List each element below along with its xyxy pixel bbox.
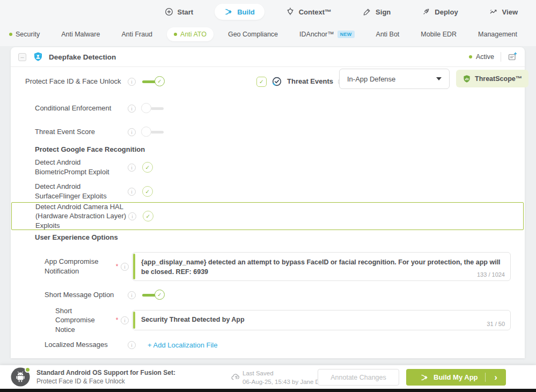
last-saved: Last Saved 06-Aug-25, 15:43 by Jane Doe: [243, 369, 327, 386]
surface-flinger-check[interactable]: [142, 186, 153, 197]
add-note-icon[interactable]: [508, 52, 517, 62]
collapse-checkbox[interactable]: [18, 53, 26, 61]
status-dot: [25, 367, 31, 373]
subnav-label: Anti Malware: [61, 31, 100, 38]
subnav-label: Anti ATO: [180, 31, 207, 38]
sub-nav: Security Anti Malware Anti Fraud Anti AT…: [0, 24, 524, 45]
build-icon: [420, 373, 429, 382]
info-icon[interactable]: [128, 128, 136, 136]
row-surface-flinger: Detect Android SurfaceFlinger Exploits: [35, 181, 153, 202]
subnav-idanchor[interactable]: IDAnchor™ NEW: [292, 27, 362, 41]
info-icon[interactable]: [128, 188, 136, 196]
cloud-saved-icon: [231, 373, 240, 383]
subnav-management[interactable]: Management: [471, 27, 524, 41]
new-badge: NEW: [337, 31, 355, 38]
biometric-prompt-check[interactable]: [142, 162, 153, 173]
row-camera-hal-highlighted: Detect Android Camera HAL (Hardware Abst…: [11, 202, 524, 230]
char-counter: 31 / 50: [487, 321, 505, 327]
info-icon[interactable]: [121, 316, 129, 324]
conditional-enforcement-toggle[interactable]: [141, 103, 166, 114]
protect-faceid-toggle[interactable]: [141, 76, 166, 87]
status-label: Active: [476, 53, 494, 61]
info-icon[interactable]: [128, 341, 136, 349]
tab-label: Context™: [299, 8, 332, 16]
info-icon[interactable]: [128, 78, 136, 86]
subnav-anti-malware[interactable]: Anti Malware: [54, 27, 107, 41]
add-localization-file-link[interactable]: + Add Localization File: [148, 341, 217, 349]
bottom-strip: [0, 389, 536, 392]
required-marker: [113, 263, 121, 270]
subnav-geo-compliance[interactable]: Geo Compliance: [221, 27, 285, 41]
build-my-app-button[interactable]: Build My App: [406, 369, 506, 386]
panel-header: Deepfake Detection Active: [11, 47, 525, 67]
tab-context[interactable]: Context™: [276, 4, 341, 20]
footer-bar: Standard Android OS Support for Fusion S…: [0, 365, 536, 389]
field-short-notice: Short Compromise Notice Security Threat …: [55, 310, 511, 330]
status-dot: [174, 33, 177, 36]
row-localized-messages: Localized Messages + Add Localization Fi…: [45, 335, 217, 354]
subnav-anti-fraud[interactable]: Anti Fraud: [114, 27, 159, 41]
annotate-changes-button[interactable]: Annotate Changes: [318, 369, 399, 386]
tab-sign[interactable]: Sign: [353, 4, 400, 20]
threatscope-button[interactable]: ThreatScope™: [456, 70, 528, 87]
threat-events-dropdown[interactable]: In-App Defense: [339, 69, 450, 89]
row-protect-faceid: Protect Face ID & Face Unlock: [25, 72, 166, 91]
row-label: Detect Android BiometricPrompt Exploit: [35, 158, 128, 176]
row-label: Threat Event Score: [35, 127, 128, 137]
tab-start[interactable]: Start: [155, 4, 203, 20]
tab-deploy[interactable]: Deploy: [412, 4, 467, 20]
tab-label: Build: [237, 8, 255, 16]
fusion-set-info: Standard Android OS Support for Fusion S…: [36, 369, 175, 385]
tab-label: Deploy: [435, 8, 458, 16]
threatscope-label: ThreatScope™: [475, 75, 522, 83]
threat-event-score-toggle[interactable]: [141, 127, 166, 138]
subnav-label: Management: [478, 31, 517, 38]
last-saved-label: Last Saved: [243, 369, 327, 378]
subnav-anti-ato[interactable]: Anti ATO: [167, 27, 214, 41]
camera-hal-check[interactable]: [143, 211, 153, 221]
required-marker: [113, 316, 121, 324]
plus-circle-icon: [165, 8, 173, 16]
active-dot: [469, 55, 472, 58]
char-counter: 133 / 1024: [477, 271, 505, 278]
subnav-security[interactable]: Security: [2, 27, 47, 41]
short-notice-input[interactable]: Security Threat Detected by App 31 / 50: [132, 310, 511, 330]
row-label: Protect Face ID & Face Unlock: [25, 77, 128, 86]
row-label: Detect Android SurfaceFlinger Exploits: [35, 182, 128, 201]
build-icon: [224, 8, 233, 16]
subnav-label: Anti Bot: [376, 31, 400, 38]
threat-events-checkbox[interactable]: [256, 77, 267, 87]
info-icon[interactable]: [128, 212, 136, 220]
fusion-set-subtitle: Protect Face ID & Face Unlock: [36, 378, 175, 385]
subnav-anti-bot[interactable]: Anti Bot: [369, 27, 407, 41]
lightbulb-icon: [286, 8, 295, 16]
short-message-toggle[interactable]: [141, 290, 166, 301]
info-icon[interactable]: [128, 164, 136, 172]
rocket-icon: [422, 8, 430, 16]
status-badge: Active: [469, 53, 494, 61]
top-nav: Start Build Context™ Sign Deploy: [0, 0, 527, 24]
app-compromise-input[interactable]: {app_display_name} detected an attempt t…: [132, 252, 511, 281]
subnav-label: Mobile EDR: [421, 31, 457, 38]
threat-events-cluster: Threat Events: [256, 72, 346, 91]
threatscope-shield-icon: [462, 75, 471, 83]
tab-label: Sign: [376, 8, 391, 16]
subnav-mobile-edr[interactable]: Mobile EDR: [414, 27, 464, 41]
accent-bar: [133, 312, 135, 329]
info-icon[interactable]: [128, 291, 136, 299]
tab-build[interactable]: Build: [215, 4, 265, 20]
panel-title: Deepfake Detection: [49, 53, 116, 61]
tab-view[interactable]: View: [480, 4, 527, 20]
app-screen: Start Build Context™ Sign Deploy: [0, 0, 536, 392]
row-label: Conditional Enforcement: [35, 103, 128, 113]
chevron-right-icon[interactable]: [486, 369, 506, 386]
tab-label: Start: [178, 8, 194, 16]
info-icon[interactable]: [121, 263, 129, 271]
dropdown-value: In-App Defense: [347, 75, 395, 83]
last-saved-detail: 06-Aug-25, 15:43 by Jane Doe: [243, 378, 327, 386]
section-google-face: Protect Google Face Recognition: [35, 145, 145, 153]
chevron-down-icon: [436, 77, 442, 80]
subnav-label: Security: [16, 31, 40, 38]
info-icon[interactable]: [128, 105, 136, 113]
section-user-experience: User Experience Options: [35, 233, 118, 241]
